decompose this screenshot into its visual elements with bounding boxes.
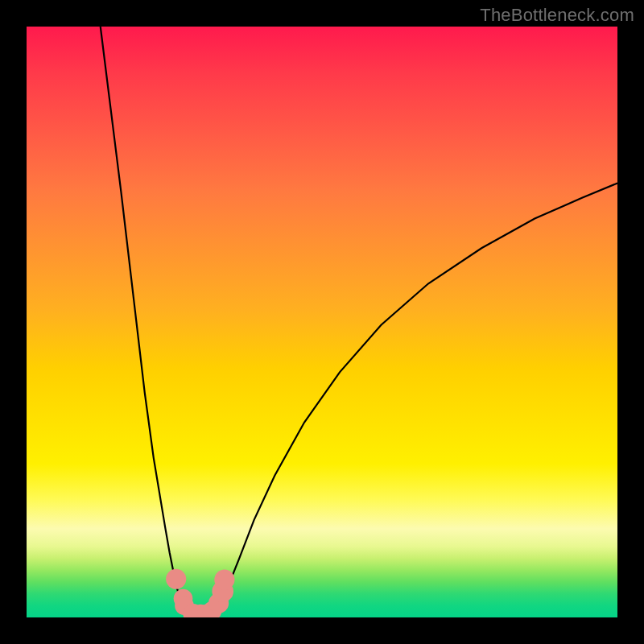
- chart-svg: [27, 27, 617, 617]
- plot-area: [27, 27, 617, 617]
- data-marker: [166, 569, 186, 589]
- watermark-text: TheBottleneck.com: [480, 5, 634, 26]
- curve-right: [216, 184, 617, 609]
- data-marker: [214, 569, 234, 589]
- markers-group: [166, 569, 234, 617]
- curve-left: [101, 27, 186, 609]
- chart-frame: TheBottleneck.com: [0, 0, 644, 644]
